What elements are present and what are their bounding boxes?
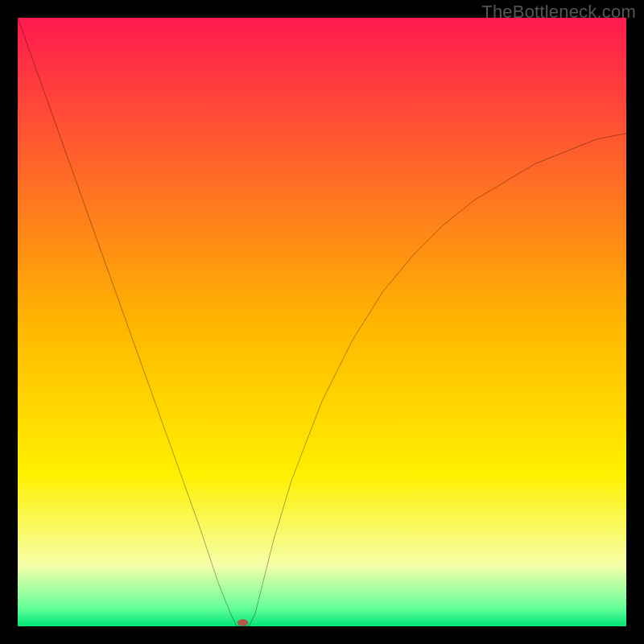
optimal-marker <box>237 619 249 625</box>
watermark-text: TheBottleneck.com <box>481 2 636 23</box>
chart-plot <box>18 18 626 626</box>
gradient-panel <box>18 18 626 626</box>
chart-frame: TheBottleneck.com <box>0 0 644 644</box>
